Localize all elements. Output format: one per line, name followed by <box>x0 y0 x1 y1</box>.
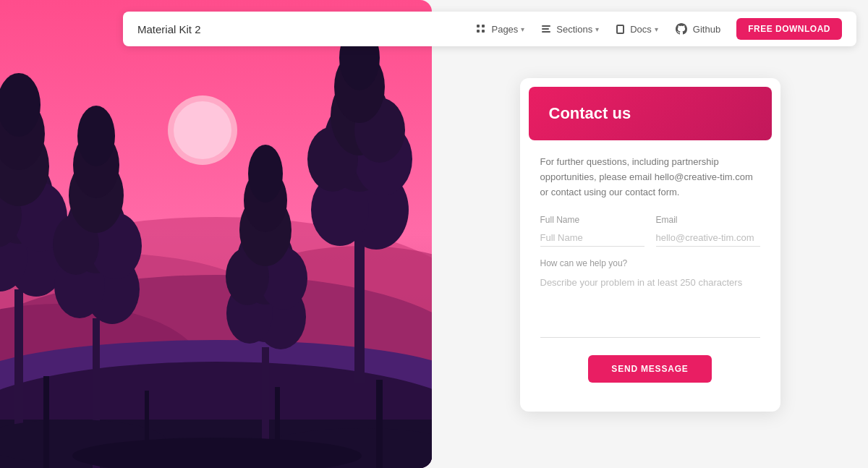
form-row-name-email: Full Name Email <box>540 215 760 247</box>
send-btn-wrapper: SEND MESSAGE <box>540 355 760 383</box>
nav-pages[interactable]: Pages ▾ <box>469 20 532 39</box>
svg-rect-12 <box>354 239 365 383</box>
nav-github[interactable]: Github <box>668 19 728 39</box>
svg-rect-57 <box>145 391 149 468</box>
contact-card-body: For further questions, including partner… <box>520 140 780 389</box>
svg-point-42 <box>77 106 115 166</box>
docs-icon <box>616 25 624 34</box>
svg-rect-58 <box>275 387 280 468</box>
download-button[interactable]: FREE DOWNLOAD <box>736 18 842 40</box>
main-layout: Contact us For further questions, includ… <box>0 0 868 468</box>
fullname-group: Full Name <box>540 215 644 247</box>
svg-rect-56 <box>43 376 49 468</box>
nav-sections[interactable]: Sections ▾ <box>535 20 606 39</box>
svg-rect-23 <box>14 289 23 434</box>
docs-label: Docs <box>630 24 652 35</box>
landscape-illustration <box>0 0 432 468</box>
pages-label: Pages <box>491 24 518 35</box>
email-group: Email <box>656 215 760 247</box>
contact-card-header: Contact us <box>529 87 772 140</box>
sections-chevron-icon: ▾ <box>595 25 599 33</box>
message-textarea[interactable] <box>540 273 760 338</box>
navbar: Material Kit 2 Pages ▾ Sections ▾ Docs ▾… <box>123 12 856 46</box>
svg-rect-59 <box>376 380 383 468</box>
svg-point-52 <box>248 145 283 203</box>
github-label: Github <box>693 24 720 35</box>
brand-logo: Material Kit 2 <box>137 23 201 35</box>
fullname-input[interactable] <box>540 229 644 247</box>
illustration-panel <box>0 0 432 468</box>
contact-title: Contact us <box>549 104 752 123</box>
pages-chevron-icon: ▾ <box>521 25 524 33</box>
right-panel: Contact us For further questions, includ… <box>432 0 868 468</box>
message-label: How can we help you? <box>540 258 760 268</box>
message-group: How can we help you? <box>540 258 760 341</box>
svg-point-2 <box>174 101 231 159</box>
docs-chevron-icon: ▾ <box>655 25 658 33</box>
email-label: Email <box>656 215 760 225</box>
contact-description: For further questions, including partner… <box>540 155 760 200</box>
nav-docs[interactable]: Docs ▾ <box>609 20 665 39</box>
nav-links: Pages ▾ Sections ▾ Docs ▾ Github FREE DO… <box>469 18 842 40</box>
fullname-label: Full Name <box>540 215 644 225</box>
github-icon <box>676 23 687 35</box>
send-button[interactable]: SEND MESSAGE <box>588 355 711 383</box>
sections-label: Sections <box>556 24 592 35</box>
email-input[interactable] <box>656 229 760 247</box>
contact-card: Contact us For further questions, includ… <box>520 78 780 411</box>
